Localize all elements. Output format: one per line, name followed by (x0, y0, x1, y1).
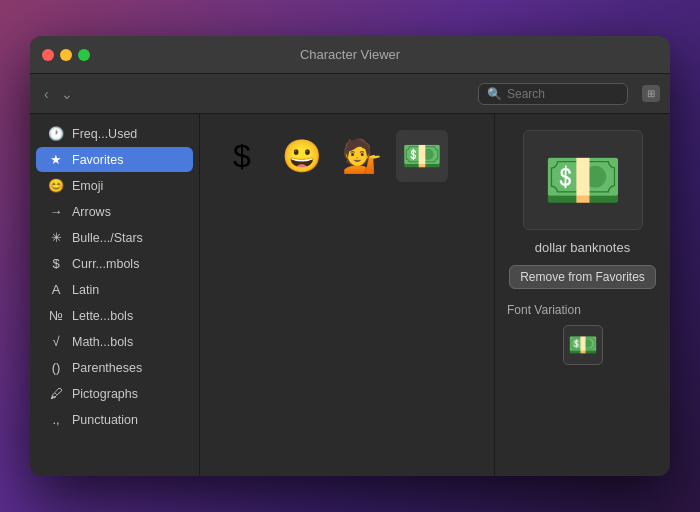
close-button[interactable] (42, 49, 54, 61)
back-button[interactable]: ‹ (40, 84, 53, 104)
sidebar-icon-bullets-stars: ✳ (48, 230, 64, 245)
font-variation-grid: 💵 (563, 325, 603, 365)
detail-char-name: dollar banknotes (535, 240, 630, 255)
sidebar-item-latin[interactable]: ALatin (36, 277, 193, 302)
detail-panel: 💵 dollar banknotes Remove from Favorites… (495, 114, 670, 476)
sidebar-icon-latin: A (48, 282, 64, 297)
sidebar-label-arrows: Arrows (72, 205, 111, 219)
maximize-button[interactable] (78, 49, 90, 61)
sidebar-icon-emoji: 😊 (48, 178, 64, 193)
sidebar-label-freq-used: Freq...Used (72, 127, 137, 141)
sidebar-icon-pictographs: 🖊 (48, 386, 64, 401)
sidebar-icon-punctuation: ., (48, 412, 64, 427)
sidebar-label-bullets-stars: Bulle.../Stars (72, 231, 143, 245)
detail-char-large: 💵 (523, 130, 643, 230)
toolbar: ‹ ⌄ 🔍 ⊞ (30, 74, 670, 114)
sidebar-item-punctuation[interactable]: .,Punctuation (36, 407, 193, 432)
sidebar-label-latin: Latin (72, 283, 99, 297)
sidebar-item-favorites[interactable]: ★Favorites (36, 147, 193, 172)
char-item-smiley[interactable]: 😀 (276, 130, 328, 182)
titlebar: Character Viewer (30, 36, 670, 74)
search-box[interactable]: 🔍 (478, 83, 628, 105)
sidebar-label-favorites: Favorites (72, 153, 123, 167)
main-content: 🕐Freq...Used★Favorites😊Emoji→Arrows✳Bull… (30, 114, 670, 476)
sidebar-icon-math: √ (48, 334, 64, 349)
chars-panel: $😀💁💵 (200, 114, 495, 476)
nav-buttons: ‹ ⌄ (40, 84, 77, 104)
char-item-dollar[interactable]: $ (216, 130, 268, 182)
font-variation-label: Font Variation (507, 303, 581, 317)
remove-from-favorites-button[interactable]: Remove from Favorites (509, 265, 656, 289)
sidebar-icon-parentheses: () (48, 360, 64, 375)
char-item-person[interactable]: 💁 (336, 130, 388, 182)
sidebar-item-arrows[interactable]: →Arrows (36, 199, 193, 224)
sidebar-item-freq-used[interactable]: 🕐Freq...Used (36, 121, 193, 146)
dropdown-button[interactable]: ⌄ (57, 84, 77, 104)
sidebar-icon-currency: $ (48, 256, 64, 271)
font-variation-item-0[interactable]: 💵 (563, 325, 603, 365)
sidebar-icon-letterlike: № (48, 308, 64, 323)
sidebar-label-pictographs: Pictographs (72, 387, 138, 401)
grid-view-button[interactable]: ⊞ (642, 85, 660, 102)
sidebar-label-letterlike: Lette...bols (72, 309, 133, 323)
search-input[interactable] (507, 87, 619, 101)
sidebar-icon-arrows: → (48, 204, 64, 219)
sidebar-item-emoji[interactable]: 😊Emoji (36, 173, 193, 198)
sidebar-label-emoji: Emoji (72, 179, 103, 193)
sidebar-item-currency[interactable]: $Curr...mbols (36, 251, 193, 276)
sidebar-item-bullets-stars[interactable]: ✳Bulle.../Stars (36, 225, 193, 250)
sidebar-label-math: Math...bols (72, 335, 133, 349)
search-icon: 🔍 (487, 87, 502, 101)
sidebar-label-parentheses: Parentheses (72, 361, 142, 375)
sidebar-item-parentheses[interactable]: ()Parentheses (36, 355, 193, 380)
sidebar-item-pictographs[interactable]: 🖊Pictographs (36, 381, 193, 406)
sidebar-label-currency: Curr...mbols (72, 257, 139, 271)
sidebar-label-punctuation: Punctuation (72, 413, 138, 427)
sidebar-item-letterlike[interactable]: №Lette...bols (36, 303, 193, 328)
sidebar-icon-freq-used: 🕐 (48, 126, 64, 141)
window-title: Character Viewer (300, 47, 400, 62)
sidebar: 🕐Freq...Used★Favorites😊Emoji→Arrows✳Bull… (30, 114, 200, 476)
sidebar-icon-favorites: ★ (48, 152, 64, 167)
minimize-button[interactable] (60, 49, 72, 61)
sidebar-item-math[interactable]: √Math...bols (36, 329, 193, 354)
char-item-banknote[interactable]: 💵 (396, 130, 448, 182)
character-viewer-window: Character Viewer ‹ ⌄ 🔍 ⊞ 🕐Freq...Used★Fa… (30, 36, 670, 476)
traffic-lights (42, 49, 90, 61)
